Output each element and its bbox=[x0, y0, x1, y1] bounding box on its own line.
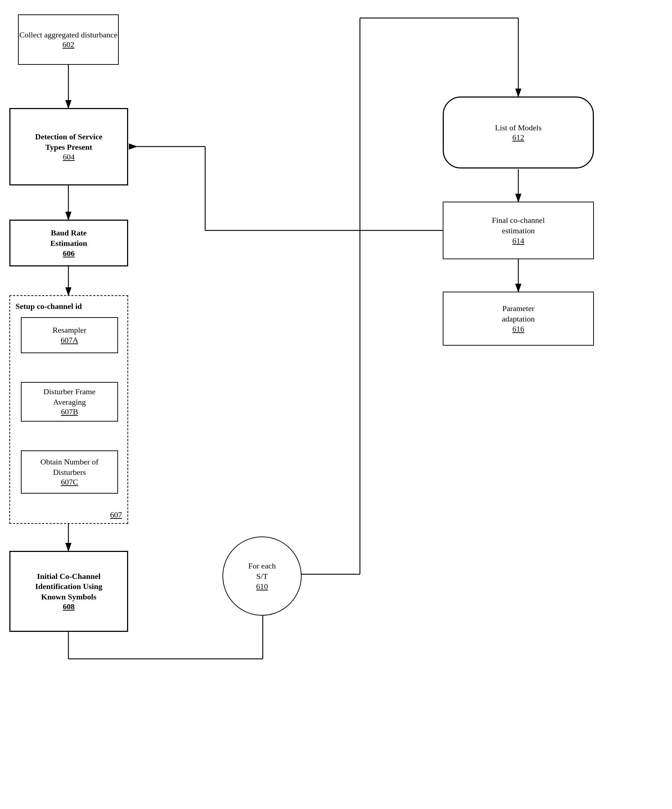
list-models-box: List of Models 612 bbox=[443, 96, 594, 168]
for-each-circle: For eachS/T 610 bbox=[223, 537, 302, 616]
list-models-number: 612 bbox=[513, 133, 525, 142]
collect-number: 602 bbox=[62, 40, 74, 49]
setup-label: Setup co-channel id bbox=[14, 300, 84, 316]
resampler-number: 607A bbox=[61, 336, 79, 345]
resampler-box: Resampler 607A bbox=[21, 317, 118, 353]
initial-number: 608 bbox=[63, 602, 74, 611]
obtain-number: 607C bbox=[61, 477, 78, 487]
baud-box: Baud RateEstimation 606 bbox=[9, 220, 128, 267]
detection-number: 604 bbox=[63, 152, 74, 162]
collect-box: Collect aggregated disturbance 602 bbox=[18, 14, 119, 65]
final-label: Final co-channelestimation bbox=[492, 215, 545, 236]
baud-number: 606 bbox=[63, 249, 75, 258]
baud-label: Baud RateEstimation bbox=[50, 228, 87, 248]
parameter-box: Parameteradaptation 616 bbox=[443, 292, 594, 346]
diagram-container: Collect aggregated disturbance 602 Detec… bbox=[0, 0, 672, 809]
disturber-label: Disturber FrameAveraging bbox=[44, 387, 96, 407]
parameter-number: 616 bbox=[512, 324, 524, 334]
list-models-label: List of Models bbox=[495, 123, 542, 133]
initial-label: Initial Co-ChannelIdentification UsingKn… bbox=[35, 571, 102, 603]
obtain-label: Obtain Number ofDisturbers bbox=[40, 457, 98, 477]
initial-box: Initial Co-ChannelIdentification UsingKn… bbox=[9, 551, 128, 632]
disturber-number: 607B bbox=[61, 407, 78, 416]
final-number: 614 bbox=[512, 236, 524, 245]
disturber-box: Disturber FrameAveraging 607B bbox=[21, 382, 118, 421]
collect-label: Collect aggregated disturbance bbox=[19, 30, 117, 40]
parameter-label: Parameteradaptation bbox=[502, 304, 535, 324]
detection-label: Detection of ServiceTypes Present bbox=[35, 132, 102, 152]
for-each-number: 610 bbox=[256, 582, 268, 591]
setup-dashed-box: Setup co-channel id Resampler 607A Distu… bbox=[9, 295, 128, 524]
detection-box: Detection of ServiceTypes Present 604 bbox=[9, 108, 128, 185]
for-each-label: For eachS/T bbox=[248, 561, 276, 581]
obtain-box: Obtain Number ofDisturbers 607C bbox=[21, 450, 118, 493]
final-box: Final co-channelestimation 614 bbox=[443, 201, 594, 259]
resampler-label: Resampler bbox=[52, 325, 86, 336]
setup-number: 607 bbox=[110, 510, 122, 520]
